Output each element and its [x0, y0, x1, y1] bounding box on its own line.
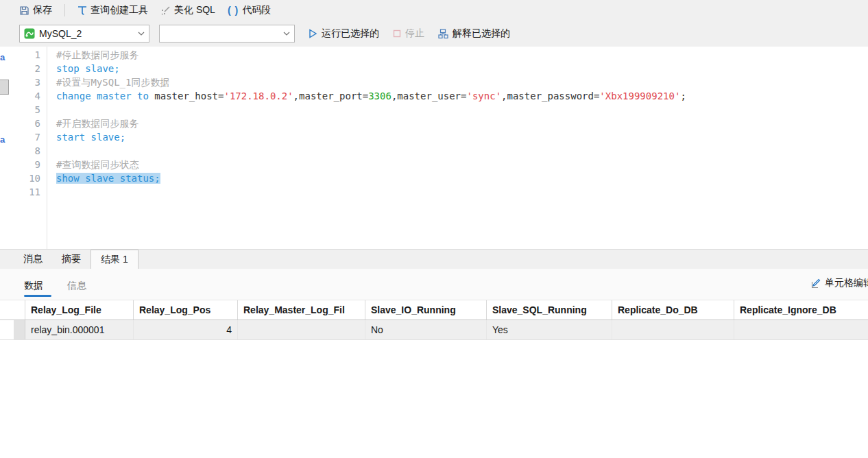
grid-cell[interactable]: Yes — [487, 320, 612, 339]
save-icon — [19, 5, 29, 16]
tab-messages[interactable]: 消息 — [14, 250, 52, 269]
mysql-connection-icon — [24, 28, 35, 39]
stop-button: 停止 — [393, 27, 424, 40]
line-number[interactable]: 10 — [12, 171, 40, 185]
result-subtab-row: 数据 信息 单元格编辑 — [0, 269, 868, 299]
result-grid: Relay_Log_FileRelay_Log_PosRelay_Master_… — [0, 300, 868, 340]
code-line[interactable]: change master to master_host='172.18.0.2… — [56, 89, 868, 103]
line-number[interactable]: 1 — [12, 48, 40, 62]
code-token-plain: ; — [680, 91, 686, 101]
code-token-string: '172.18.0.2' — [224, 91, 293, 101]
run-selected-label: 运行已选择的 — [322, 27, 379, 40]
code-line[interactable]: #设置与MySQL_1同步数据 — [56, 75, 868, 89]
code-line[interactable] — [56, 185, 868, 199]
grid-column-header[interactable]: Relay_Master_Log_Fil — [238, 300, 365, 320]
grid-column-header[interactable]: Relay_Log_Pos — [134, 300, 238, 320]
save-label: 保存 — [33, 4, 52, 16]
pencil-icon — [811, 278, 821, 289]
grid-column-header[interactable]: Replicate_Do_DB — [612, 300, 734, 320]
code-token-keyword: show slave status; — [56, 173, 160, 184]
sql-editor[interactable]: a a 1234567891011 #停止数据同步服务stop slave;#设… — [0, 47, 868, 249]
line-number[interactable]: 3 — [12, 75, 40, 89]
beautify-sql-button[interactable]: 美化 SQL — [160, 4, 215, 16]
run-selected-button[interactable]: 运行已选择的 — [309, 27, 379, 40]
line-number[interactable]: 9 — [12, 158, 40, 171]
save-button[interactable]: 保存 — [19, 4, 52, 16]
subtab-info[interactable]: 信息 — [63, 277, 91, 295]
grid-left-margin — [0, 300, 14, 320]
code-token-string: 'Xbx199909210' — [599, 91, 680, 101]
row-selector[interactable] — [14, 320, 25, 339]
code-line[interactable]: #停止数据同步服务 — [56, 48, 868, 62]
grid-data-row[interactable]: relay_bin.0000014NoYes — [0, 320, 868, 340]
grid-column-header[interactable]: Slave_IO_Running — [365, 300, 487, 320]
cell-edit-button[interactable]: 单元格编辑 — [811, 277, 868, 289]
line-number-gutter[interactable]: 1234567891011 — [12, 48, 47, 199]
cell-edit-label: 单元格编辑 — [825, 277, 868, 289]
grid-left-margin — [0, 320, 14, 339]
code-line[interactable]: #开启数据同步服务 — [56, 117, 868, 130]
subtab-info-label: 信息 — [67, 280, 86, 292]
grid-header-row: Relay_Log_FileRelay_Log_PosRelay_Master_… — [0, 300, 868, 320]
connection-value: MySQL_2 — [39, 28, 82, 39]
tab-result-1-label: 结果 1 — [101, 254, 128, 266]
code-line[interactable]: stop slave; — [56, 62, 868, 75]
grid-corner-selector[interactable] — [14, 300, 25, 320]
explain-icon — [438, 29, 448, 39]
code-line[interactable] — [56, 144, 868, 158]
explain-selected-label: 解释已选择的 — [453, 27, 510, 40]
editor-code-lines[interactable]: #停止数据同步服务stop slave;#设置与MySQL_1同步数据chang… — [56, 48, 868, 199]
database-select[interactable] — [159, 25, 295, 43]
line-number[interactable]: 7 — [12, 130, 40, 144]
line-number[interactable]: 5 — [12, 103, 40, 117]
chevron-down-icon — [283, 32, 290, 36]
output-tabstrip: 消息 摘要 结果 1 — [0, 249, 868, 269]
grid-cell[interactable] — [612, 320, 734, 339]
toolbar-separator — [64, 4, 65, 16]
code-token-keyword: stop slave; — [56, 63, 120, 74]
code-token-keyword: start slave; — [56, 132, 125, 143]
subtab-data[interactable]: 数据 — [20, 277, 47, 295]
line-number[interactable]: 6 — [12, 117, 40, 130]
query-builder-label: 查询创建工具 — [91, 4, 148, 16]
code-token-plain: ,master_port= — [293, 91, 369, 101]
explain-selected-button[interactable]: 解释已选择的 — [438, 27, 510, 40]
selected-text: show slave status; — [56, 173, 160, 184]
code-line[interactable] — [56, 103, 868, 117]
grid-cell[interactable]: No — [365, 320, 487, 339]
grid-column-header[interactable]: Relay_Log_File — [25, 300, 134, 320]
code-token-number: 3306 — [368, 91, 391, 101]
code-snippet-label: 代码段 — [242, 4, 271, 16]
grid-cell[interactable]: 4 — [134, 320, 238, 339]
code-line[interactable]: start slave; — [56, 130, 868, 144]
tab-summary[interactable]: 摘要 — [52, 250, 91, 269]
active-subtab-indicator — [24, 295, 51, 297]
grid-column-header[interactable]: Slave_SQL_Running — [487, 300, 612, 320]
grid-column-header[interactable]: Replicate_Ignore_DB — [734, 300, 868, 320]
grid-cell[interactable]: relay_bin.000001 — [25, 320, 134, 339]
cropped-sidebar-handle — [0, 80, 9, 95]
line-number[interactable]: 2 — [12, 62, 40, 75]
query-builder-button[interactable]: 查询创建工具 — [77, 4, 148, 16]
tab-messages-label: 消息 — [23, 253, 43, 265]
line-number[interactable]: 4 — [12, 89, 40, 103]
cropped-sidebar-artifact: a — [0, 134, 10, 145]
code-line[interactable]: show slave status; — [56, 171, 868, 185]
tab-result-1[interactable]: 结果 1 — [91, 250, 138, 269]
chevron-down-icon — [138, 32, 145, 36]
gutter-divider — [47, 47, 47, 249]
magic-wand-icon — [160, 5, 171, 16]
stop-icon — [393, 29, 401, 38]
code-token-comment: #停止数据同步服务 — [56, 49, 138, 60]
grid-cell[interactable] — [734, 320, 868, 339]
code-line[interactable]: #查询数据同步状态 — [56, 158, 868, 171]
code-snippet-button[interactable]: ( ) 代码段 — [228, 4, 271, 16]
code-token-keyword: change master to — [56, 91, 154, 101]
beautify-sql-label: 美化 SQL — [174, 4, 215, 16]
line-number[interactable]: 8 — [12, 144, 40, 158]
code-token-comment: #设置与MySQL_1同步数据 — [56, 77, 169, 88]
connection-select[interactable]: MySQL_2 — [19, 25, 149, 43]
cropped-sidebar-artifact: a — [0, 52, 10, 62]
line-number[interactable]: 11 — [12, 185, 40, 199]
grid-cell[interactable] — [238, 320, 365, 339]
